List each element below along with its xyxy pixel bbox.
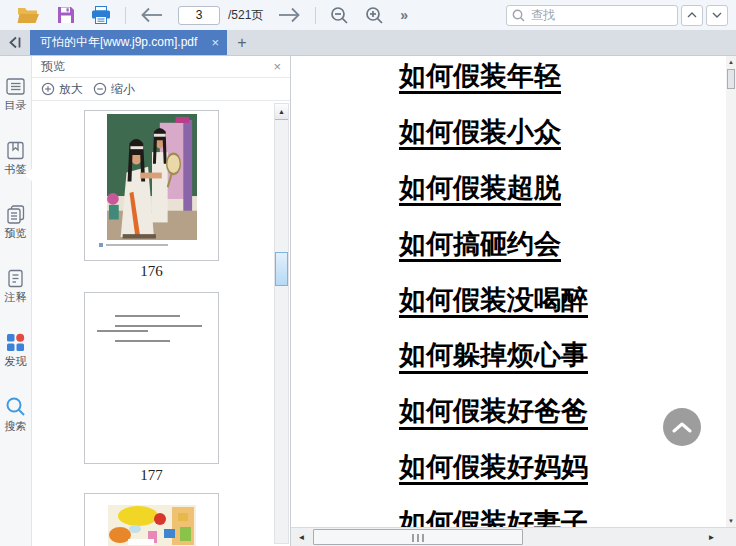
sidebar-item-preview[interactable]: 预览 <box>0 204 31 241</box>
scroll-right-icon[interactable]: ► <box>703 529 720 546</box>
thumbnail-list: 176 177 <box>32 101 291 546</box>
toolbar-separator <box>315 7 316 24</box>
zoom-out-button[interactable] <box>328 4 351 27</box>
thumbnail-zoom-out-label: 缩小 <box>111 81 135 98</box>
document-tab-active[interactable]: 可怕的中年[www.j9p.com].pdf × <box>30 30 227 55</box>
chapter-link[interactable]: 如何假装好爸爸 <box>399 397 588 429</box>
sidebar-item-search[interactable]: 搜索 <box>0 396 31 434</box>
zoom-in-circle-icon <box>41 82 55 96</box>
preview-panel: 预览 × 放大 缩小 <box>32 56 291 546</box>
horizontal-scrollbar[interactable]: ◄ ► <box>291 527 736 546</box>
chevron-up-icon <box>687 12 697 18</box>
sidebar-item-annotations[interactable]: 注释 <box>0 268 31 305</box>
scroll-up-icon[interactable]: ▲ <box>726 56 736 68</box>
find-bar <box>506 5 728 26</box>
scroll-up-icon[interactable]: ▲ <box>275 104 288 120</box>
sidebar-label: 发现 <box>5 354 27 369</box>
new-tab-button[interactable]: + <box>227 30 257 55</box>
sidebar-label: 目录 <box>5 98 27 113</box>
thumbnail-zoom-out-button[interactable]: 缩小 <box>93 81 135 98</box>
vertical-scrollbar-thumb[interactable] <box>727 69 735 89</box>
previous-page-button[interactable] <box>138 5 166 25</box>
chapter-link[interactable]: 如何假装没喝醉 <box>399 286 588 318</box>
chapter-row: 如何假装小众 <box>399 118 726 174</box>
scroll-down-icon[interactable]: ▼ <box>726 515 736 527</box>
more-tools-button[interactable]: » <box>398 5 410 25</box>
chapter-link[interactable]: 如何搞砸约会 <box>399 230 561 262</box>
sidebar-label: 书签 <box>5 162 27 177</box>
search-icon <box>5 396 27 418</box>
preview-panel-title: 预览 <box>41 58 65 75</box>
thumbnail-zoom-in-label: 放大 <box>59 81 83 98</box>
horizontal-scrollbar-thumb[interactable] <box>313 529 523 545</box>
page-thumbnail-176[interactable] <box>84 110 219 261</box>
text-line <box>115 315 180 317</box>
text-line <box>115 340 170 342</box>
sidebar-label: 预览 <box>5 226 27 241</box>
chapter-row: 如何假装好妈妈 <box>399 453 726 509</box>
zoom-out-icon <box>330 6 349 25</box>
preview-panel-header: 预览 × <box>32 56 290 78</box>
save-button[interactable] <box>55 4 77 26</box>
sidebar-item-discover[interactable]: 发现 <box>0 332 31 369</box>
toolbar-separator <box>125 7 126 24</box>
thumbnail-scrollbar-thumb[interactable] <box>275 252 288 286</box>
chapter-link[interactable]: 如何假装好妻子 <box>399 509 588 527</box>
text-line <box>115 325 202 327</box>
chapter-link[interactable]: 如何躲掉烦心事 <box>399 341 588 373</box>
chapter-link[interactable]: 如何假装年轻 <box>399 62 561 94</box>
chapter-row: 如何搞砸约会 <box>399 230 726 286</box>
page-total-label: /521页 <box>228 7 263 24</box>
thumbnail-page-number: 176 <box>84 263 219 280</box>
find-input[interactable] <box>506 5 678 26</box>
chapter-link[interactable]: 如何假装超脱 <box>399 174 561 206</box>
page-thumbnail-next[interactable] <box>84 493 219 546</box>
search-icon <box>512 9 525 22</box>
chapter-row: 如何假装年轻 <box>399 62 726 118</box>
colorful-illustration <box>108 505 196 546</box>
page-number-input[interactable] <box>178 6 220 25</box>
vertical-scrollbar[interactable]: ▲ ▼ <box>726 56 736 527</box>
chapter-link[interactable]: 如何假装小众 <box>399 118 561 150</box>
scrollbar-grip <box>412 534 424 542</box>
chapter-link[interactable]: 如何假装好妈妈 <box>399 453 588 485</box>
thumbnail-scrollbar[interactable]: ▲ <box>274 103 289 544</box>
chapter-row: 如何假装好妻子 <box>399 509 726 527</box>
find-previous-button[interactable] <box>681 5 703 26</box>
main-toolbar: /521页 » <box>0 0 736 30</box>
zoom-in-button[interactable] <box>363 4 386 27</box>
chapter-row: 如何假装超脱 <box>399 174 726 230</box>
chapter-list: 如何假装年轻 如何假装小众 如何假装超脱 如何搞砸约会 如何假装没喝醉 <box>292 56 726 527</box>
navigation-sidebar: 目录 书签 预览 注释 发现 <box>0 56 32 546</box>
sidebar-item-toc[interactable]: 目录 <box>0 76 31 113</box>
page-thumbnail-177[interactable] <box>84 292 219 464</box>
chapter-row: 如何假装没喝醉 <box>399 286 726 342</box>
active-panel-pointer <box>25 168 33 182</box>
arrow-right-icon <box>277 7 301 23</box>
thumbnail-zoom-in-button[interactable]: 放大 <box>41 81 83 98</box>
scroll-left-icon[interactable]: ◄ <box>293 529 310 546</box>
tab-title: 可怕的中年[www.j9p.com].pdf <box>40 34 209 51</box>
tab-close-icon[interactable]: × <box>209 35 221 50</box>
zoom-out-circle-icon <box>93 82 107 96</box>
find-next-button[interactable] <box>706 5 728 26</box>
bookmark-icon <box>5 140 26 161</box>
painting-two-women <box>107 114 197 240</box>
chevron-left-bar-icon <box>8 36 22 49</box>
back-to-top-button[interactable] <box>663 408 701 446</box>
open-folder-icon <box>16 6 41 25</box>
pdf-reader-window: /521页 » <box>0 0 736 546</box>
discover-icon <box>5 332 26 353</box>
zoom-in-icon <box>365 6 384 25</box>
preview-icon <box>5 204 26 225</box>
arrow-left-icon <box>140 7 164 23</box>
annotation-icon <box>5 268 26 289</box>
collapse-tabs-button[interactable] <box>0 30 30 55</box>
close-icon[interactable]: × <box>273 59 281 74</box>
thumbnail-caption <box>99 243 208 247</box>
document-view: 如何假装年轻 如何假装小众 如何假装超脱 如何搞砸约会 如何假装没喝醉 <box>292 56 726 527</box>
print-button[interactable] <box>89 4 113 26</box>
thumbnail-zoom-row: 放大 缩小 <box>32 78 290 101</box>
next-page-button[interactable] <box>275 5 303 25</box>
open-file-button[interactable] <box>14 4 43 27</box>
